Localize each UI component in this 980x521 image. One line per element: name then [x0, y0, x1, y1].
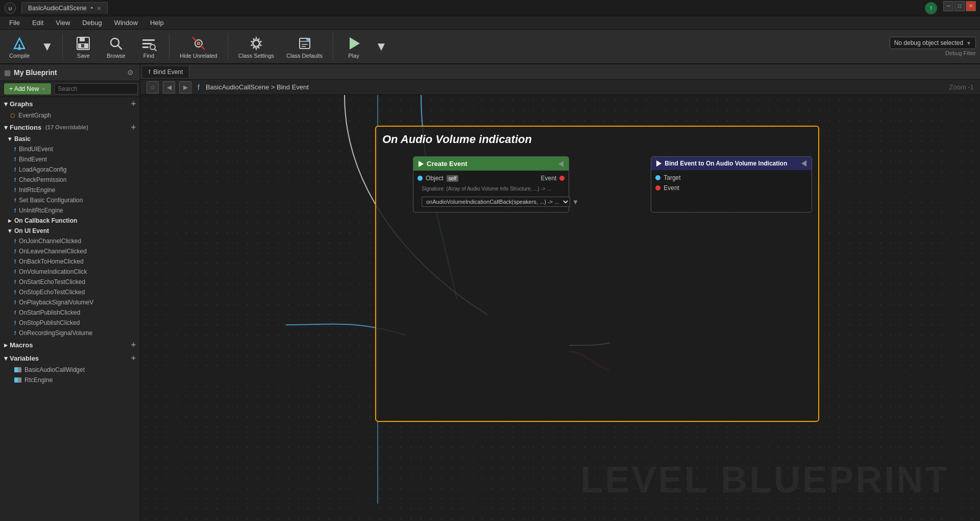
sidebar-item-loadagoraconfig[interactable]: f LoadAgoraConfig [0, 164, 140, 175]
add-new-label: + Add New [9, 85, 39, 92]
functions-section-header[interactable]: ▾ Functions (17 Overridable) + [0, 121, 140, 134]
create-event-node[interactable]: Create Event Object self Event Si [413, 156, 569, 212]
svg-rect-13 [142, 43, 152, 44]
class-defaults-button[interactable]: ✓ Class Defaults [281, 31, 328, 62]
graphs-add-icon[interactable]: + [131, 99, 136, 108]
toolbar: Compile ▼ Save Browse [0, 30, 980, 64]
back-button[interactable]: ◀ [163, 81, 175, 93]
graph-canvas[interactable]: On Audio Volume indication Create Event [140, 95, 980, 521]
sidebar-item-bindevent[interactable]: f BindEvent [0, 154, 140, 164]
sidebar-item-initrtcengine[interactable]: f InitRtcEngine [0, 185, 140, 195]
browse-button[interactable]: Browse [101, 31, 131, 62]
maximize-button[interactable]: □ [954, 1, 965, 11]
bind-event-node[interactable]: Bind Event to On Audio Volume Indication… [651, 156, 812, 212]
sidebar-item-onplaybacksignal[interactable]: f OnPlaybackSignalVolumeV [0, 297, 140, 307]
canvas-area: f Bind Event ☆ ◀ ▶ f BasicAudioCallScene… [140, 64, 980, 521]
canvas-tabs: f Bind Event [140, 64, 980, 80]
onleavechannel-label: OnLeaveChannelClicked [19, 248, 87, 255]
sidebar-item-onrecordingsignal[interactable]: f OnRecordingSignalVolume [0, 328, 140, 338]
sidebar-content: ▾ Graphs + ⬡ EventGraph ▾ Functions (17 … [0, 97, 140, 521]
sidebar-item-onstoppublish[interactable]: f OnStopPublishClicked [0, 318, 140, 328]
svg-rect-9 [81, 44, 84, 48]
menu-help[interactable]: Help [145, 18, 169, 28]
class-settings-button[interactable]: Class Settings [233, 31, 279, 62]
play-dropdown-arrow: ▼ [372, 37, 390, 56]
loadagoraconfig-label: LoadAgoraConfig [19, 166, 66, 173]
play-dropdown-button[interactable]: ▼ [371, 31, 391, 62]
svg-rect-14 [142, 46, 149, 48]
sidebar-item-onstopechotest[interactable]: f OnStopEchoTestClicked [0, 287, 140, 297]
svg-rect-12 [142, 39, 155, 41]
functions-add-icon[interactable]: + [131, 123, 136, 132]
sidebar-item-basicaudiocallwidget[interactable]: BasicAudioCallWidget [0, 365, 140, 375]
sidebar-item-checkpermission[interactable]: f CheckPermission [0, 175, 140, 185]
menu-view[interactable]: View [51, 18, 75, 28]
var-icon-basicaudiocallwidget [14, 367, 21, 372]
svg-line-19 [192, 37, 205, 50]
find-icon [139, 34, 158, 53]
svg-text:U: U [9, 5, 12, 11]
forward-button[interactable]: ▶ [179, 81, 191, 93]
sidebar-item-onstartpublish[interactable]: f OnStartPublishClicked [0, 307, 140, 318]
search-bar: 🔍 👁 ⊕ [54, 83, 140, 94]
compile-button[interactable]: Compile [4, 31, 35, 62]
svg-marker-25 [350, 37, 360, 50]
node-group-audio-volume: On Audio Volume indication Create Event [375, 126, 819, 422]
callback-dropdown[interactable]: onAudioVolumeIndicationCallBack(speakers… [422, 197, 570, 207]
compile-dropdown-button[interactable]: ▼ [37, 31, 57, 62]
variables-add-icon[interactable]: + [131, 353, 136, 363]
left-panel: ▦ My Blueprint ⚙ + Add New ▼ 🔍 👁 ⊕ ▾ Gra… [0, 64, 140, 521]
close-button[interactable]: ✕ [966, 1, 976, 11]
bind-event-tab[interactable]: f Bind Event [142, 66, 189, 78]
sidebar-item-uninitrtcengine[interactable]: f UnInitRtcEngine [0, 205, 140, 216]
func-icon-binduievent: f [14, 146, 16, 152]
event-port-out [559, 176, 565, 181]
self-tag: self [447, 175, 459, 182]
sidebar-item-onbacktohome[interactable]: f OnBackToHomeClicked [0, 256, 140, 267]
menu-file[interactable]: File [4, 18, 25, 28]
search-input[interactable] [54, 83, 138, 94]
menu-window[interactable]: Window [109, 18, 143, 28]
tab-close-icon[interactable]: ✕ [97, 6, 101, 11]
func-icon-checkpermission: f [14, 177, 16, 183]
sidebar-item-eventgraph[interactable]: ⬡ EventGraph [0, 110, 140, 121]
dropdown-expand-icon[interactable]: ▼ [572, 198, 579, 206]
macros-add-icon[interactable]: + [131, 340, 136, 349]
hide-unrelated-button[interactable]: Hide Unrelated [175, 31, 222, 62]
play-button[interactable]: Play [338, 31, 369, 62]
toolbar-divider-1 [62, 34, 63, 59]
sidebar-item-onleavechannel[interactable]: f OnLeaveChannelClicked [0, 246, 140, 256]
sidebar-item-onvolumeindication[interactable]: f OnVolumeIndicationClick [0, 267, 140, 277]
create-event-body: Object self Event Signature: (Array of A… [413, 171, 569, 212]
on-callback-header[interactable]: ▸ On Callback Function [0, 216, 140, 226]
compile-icon [10, 34, 29, 53]
sidebar-item-binduievent[interactable]: f BindUIEvent [0, 144, 140, 154]
blueprint-settings-icon[interactable]: ⚙ [125, 67, 136, 78]
menu-edit[interactable]: Edit [27, 18, 48, 28]
find-button[interactable]: Find [133, 31, 164, 62]
sidebar-item-onstartechotest[interactable]: f OnStartEchoTestClicked [0, 277, 140, 287]
sidebar-item-onjoinchannel[interactable]: f OnJoinChannelClicked [0, 236, 140, 246]
bind-event-title: Bind Event to On Audio Volume Indication [665, 160, 787, 167]
debug-section: No debug object selected ▼ Debug Filter [890, 37, 976, 56]
star-button[interactable]: ☆ [146, 81, 159, 93]
minimize-button[interactable]: ─ [943, 1, 953, 11]
event-in-port [655, 185, 660, 191]
level-blueprint-watermark: LEVEL BLUEPRINT [580, 459, 949, 501]
menu-debug[interactable]: Debug [77, 18, 107, 28]
scene-tab[interactable]: BasicAudioCallScene • ✕ [21, 2, 108, 14]
signature-text: Signature: (Array of Audio Volume Info S… [418, 185, 565, 193]
macros-section-header[interactable]: ▸ Macros + [0, 338, 140, 351]
save-button[interactable]: Save [68, 31, 99, 62]
add-new-button[interactable]: + Add New ▼ [4, 83, 51, 94]
on-ui-event-header[interactable]: ▾ On UI Event [0, 226, 140, 236]
initrtcengine-label: InitRtcEngine [19, 186, 55, 194]
onstartechotest-label: OnStartEchoTestClicked [19, 278, 85, 286]
sidebar-item-rtcengine[interactable]: RtcEngine [0, 375, 140, 385]
debug-object-dropdown[interactable]: No debug object selected ▼ [890, 37, 976, 49]
variables-section-header[interactable]: ▾ Variables + [0, 351, 140, 365]
sidebar-item-setbasicconfig[interactable]: f Set Basic Configuration [0, 195, 140, 205]
graphs-section-header[interactable]: ▾ Graphs + [0, 97, 140, 110]
onbacktohome-label: OnBackToHomeClicked [19, 258, 84, 265]
graphs-section-label: Graphs [10, 100, 33, 108]
